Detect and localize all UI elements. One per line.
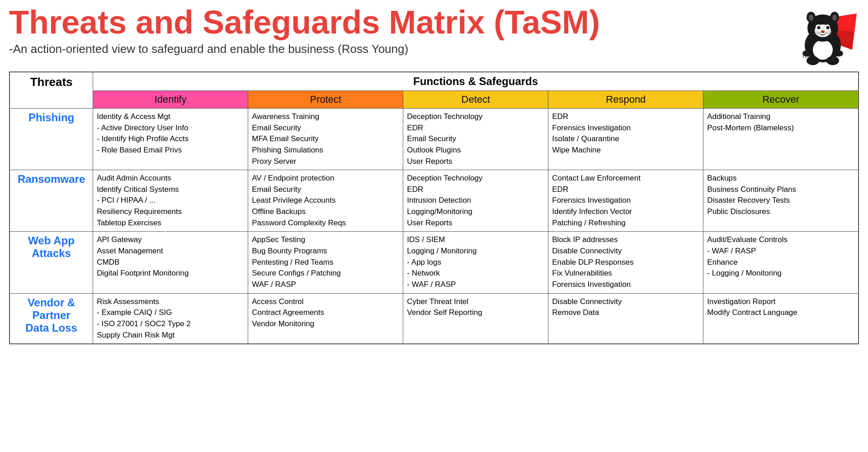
subtitle: -An action-oriented view to safeguard an… <box>9 42 600 56</box>
detect-cell-0: Deception Technology EDR Email Security … <box>403 109 548 170</box>
protect-cell-2: AppSec Testing Bug Bounty Programs Pente… <box>248 232 403 293</box>
recover-cell-3: Investigation Report Modify Contract Lan… <box>703 293 859 344</box>
threat-name-3: Vendor & Partner Data Loss <box>9 293 93 344</box>
respond-cell-1: Contact Law Enforcement EDR Forensics In… <box>548 170 703 232</box>
threats-header: Threats <box>9 72 93 109</box>
protect-cell-1: AV / Endpoint protection Email Security … <box>248 170 403 232</box>
detect-cell-2: IDS / SIEM Logging / Monitoring - App lo… <box>403 232 548 293</box>
main-title: Threats and Safeguards Matrix (TaSM) <box>9 5 600 40</box>
svg-point-12 <box>817 26 821 29</box>
svg-line-23 <box>803 56 804 58</box>
protect-cell-3: Access Control Contract Agreements Vendo… <box>248 293 403 344</box>
detect-cell-1: Deception Technology EDR Intrusion Detec… <box>403 170 548 232</box>
matrix-table: Threats Functions & Safeguards Identify … <box>9 71 859 344</box>
recover-cell-1: Backups Business Continuity Plans Disast… <box>703 170 859 232</box>
col-detect-header: Detect <box>403 91 548 109</box>
threat-name-2: Web App Attacks <box>9 232 93 293</box>
detect-cell-3: Cyber Threat Intel Vendor Self Reporting <box>403 293 548 344</box>
identify-cell-2: API Gateway Asset Management CMDB Digita… <box>93 232 248 293</box>
svg-point-21 <box>802 50 811 57</box>
protect-cell-0: Awareness Training Email Security MFA Em… <box>248 109 403 170</box>
threat-name-1: Ransomware <box>9 170 93 232</box>
identify-cell-1: Audit Admin Accounts Identify Critical S… <box>93 170 248 232</box>
respond-cell-0: EDR Forensics Investigation Isolate / Qu… <box>548 109 703 170</box>
svg-point-14 <box>821 30 825 33</box>
page-wrapper: Threats and Safeguards Matrix (TaSM) -An… <box>0 0 868 349</box>
recover-cell-2: Audit/Evaluate Controls - WAF / RASP Enh… <box>703 232 859 293</box>
functions-safeguards-header: Functions & Safeguards <box>93 72 859 91</box>
col-protect-header: Protect <box>248 91 403 109</box>
identify-cell-0: Identity & Access Mgt - Active Directory… <box>93 109 248 170</box>
col-identify-header: Identify <box>93 91 248 109</box>
respond-cell-2: Block IP addresses Disable Connectivity … <box>548 232 703 293</box>
mascot-icon <box>787 5 859 68</box>
svg-line-24 <box>806 56 806 58</box>
respond-cell-3: Disable Connectivity Remove Data <box>548 293 703 344</box>
header-text-block: Threats and Safeguards Matrix (TaSM) -An… <box>9 5 600 56</box>
col-respond-header: Respond <box>548 91 703 109</box>
svg-point-20 <box>826 56 839 65</box>
svg-point-22 <box>834 50 843 57</box>
svg-point-26 <box>818 47 827 57</box>
svg-point-8 <box>832 14 837 21</box>
svg-point-7 <box>809 14 813 21</box>
col-recover-header: Recover <box>703 91 859 109</box>
threat-name-0: Phishing <box>9 109 93 170</box>
svg-point-13 <box>826 26 830 29</box>
recover-cell-0: Additional Training Post-Mortem (Blamele… <box>703 109 859 170</box>
identify-cell-3: Risk Assessments - Example CAIQ / SIG - … <box>93 293 248 344</box>
header-section: Threats and Safeguards Matrix (TaSM) -An… <box>9 5 859 68</box>
